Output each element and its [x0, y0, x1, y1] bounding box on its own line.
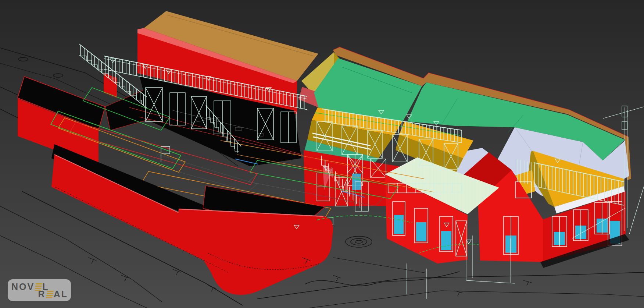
- logo-text-r: R: [38, 290, 46, 299]
- scene-render[interactable]: [0, 0, 644, 308]
- logo-e-bars-icon: [46, 291, 54, 298]
- novel-real-watermark: NOVL RAL: [8, 279, 71, 301]
- viewport-3d-canvas[interactable]: NOVL RAL: [0, 0, 644, 308]
- logo-text-nov: NOV: [11, 282, 35, 291]
- logo-text-al: AL: [54, 290, 68, 299]
